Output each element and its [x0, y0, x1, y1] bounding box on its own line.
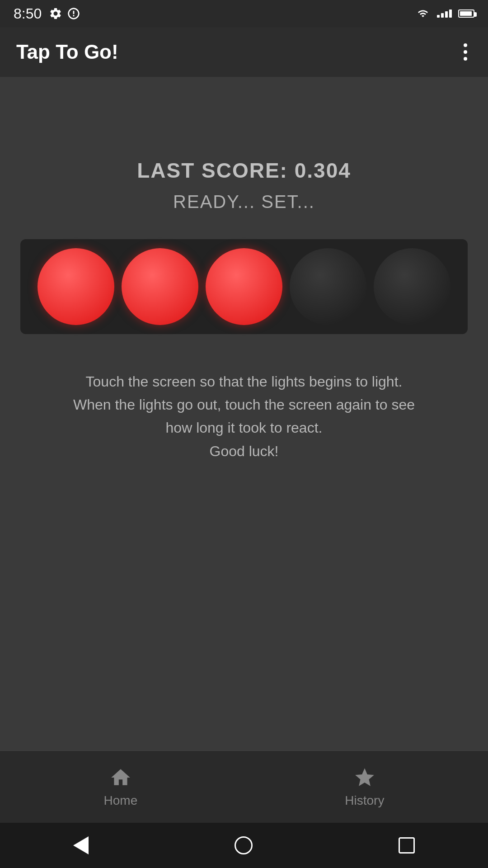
bottom-nav: Home History [0, 750, 488, 823]
status-bar: 8:50 [0, 0, 488, 27]
battery-icon [458, 9, 474, 18]
status-icons [49, 7, 80, 20]
home-button[interactable] [235, 836, 253, 854]
nav-item-home[interactable]: Home [68, 762, 174, 812]
more-options-button[interactable] [459, 39, 472, 65]
last-score-label: LAST SCORE: 0.304 [137, 158, 351, 183]
light-3 [206, 248, 282, 325]
do-not-disturb-icon [67, 7, 80, 20]
home-icon [109, 766, 132, 789]
history-label: History [345, 793, 384, 808]
star-icon [353, 766, 376, 789]
light-2 [122, 248, 198, 325]
ready-set-label: READY... SET... [173, 192, 315, 212]
main-content[interactable]: LAST SCORE: 0.304 READY... SET... Touch … [0, 77, 488, 750]
status-bar-left: 8:50 [14, 5, 80, 22]
dot1 [464, 43, 467, 47]
nav-item-history[interactable]: History [309, 762, 420, 812]
status-bar-right [415, 8, 474, 19]
home-label: Home [104, 793, 138, 808]
status-time: 8:50 [14, 5, 42, 22]
recents-button[interactable] [399, 837, 415, 854]
back-button[interactable] [73, 836, 89, 854]
dot2 [464, 50, 467, 54]
wifi-icon [415, 8, 431, 19]
lights-container [20, 239, 468, 334]
signal-icon [437, 9, 452, 18]
light-1 [38, 248, 114, 325]
app-title: Tap To Go! [16, 41, 118, 63]
app-bar: Tap To Go! [0, 27, 488, 77]
light-4 [290, 248, 366, 325]
instructions-text: Touch the screen so that the lights begi… [41, 370, 447, 463]
system-nav [0, 823, 488, 868]
light-5 [374, 248, 450, 325]
dot3 [464, 57, 467, 61]
settings-icon [49, 7, 62, 20]
